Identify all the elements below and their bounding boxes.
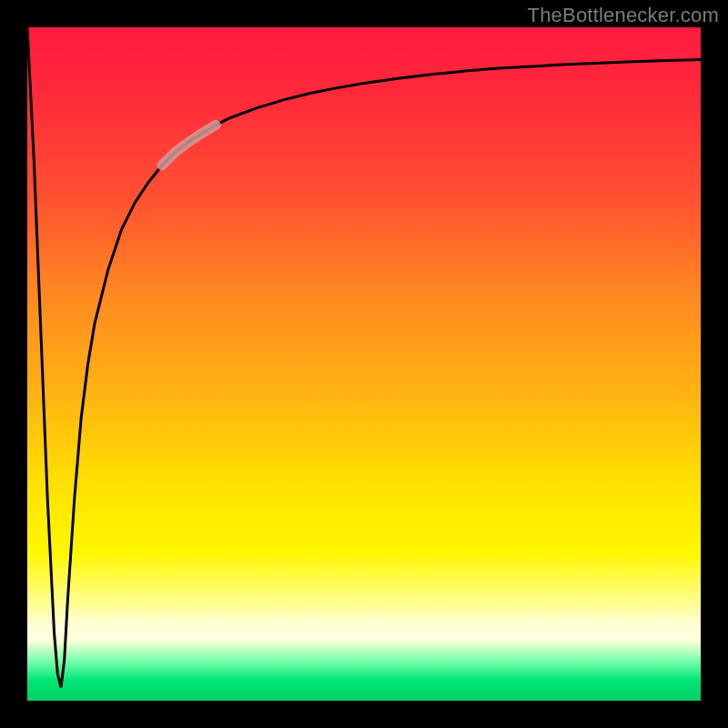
chart-frame: TheBottlenecker.com	[0, 0, 728, 728]
attribution-label: TheBottlenecker.com	[528, 4, 719, 27]
chart-gradient-background	[27, 27, 701, 701]
